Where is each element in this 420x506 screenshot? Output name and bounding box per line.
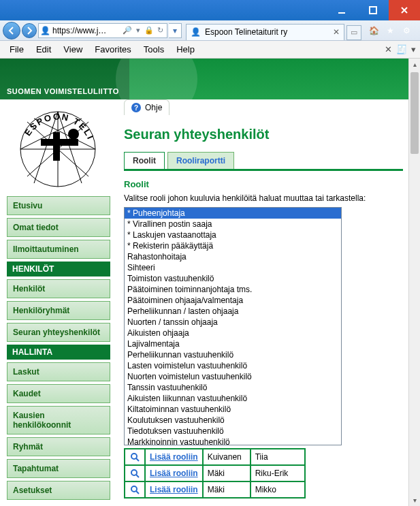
org-name: SUOMEN VOIMISTELULIITTO [7,87,119,95]
role-option[interactable]: Markkinoinnin vastuuhenkilö [125,437,341,445]
help-tab[interactable]: ? Ohje [124,99,169,115]
browser-nav-bar: 👤 https://www.j… 🔎 ▾ 🔒 ↻ ▾ 👤 Espoon Teli… [0,20,420,41]
role-option[interactable]: Aikuisten liikunnan vastuuhenkilö [125,393,341,404]
sidebar-item-top-0[interactable]: Etusivu [7,196,110,215]
menu-help[interactable]: Help [171,43,200,56]
table-row: Lisää rooliinMäkiRiku-Erik [125,465,305,481]
role-option[interactable]: Koulutuksen vastuuhenkilö [125,415,341,426]
svg-rect-12 [53,132,60,161]
sidebar: ESPOON TELINETAITU EtusivuOmat tiedotIlm… [0,99,116,506]
sidebar-item-hallinta-5[interactable]: Asetukset [7,481,110,500]
role-option[interactable]: * Laskujen vastaanottaja [125,230,341,240]
browser-tab-strip: 👤 Espoon Telinetaiturit ry ✕ ▭ [186,21,361,40]
role-option[interactable]: Nuorten / tanssin ohjaaja [125,317,341,328]
scroll-down-icon[interactable]: ▾ [409,494,420,506]
close-plugin-icon[interactable]: ✕ [385,44,392,54]
role-option[interactable]: Perheliikunnan / lasten ohjaaja [125,306,341,317]
window-maximize-button[interactable] [357,0,389,20]
menu-edit[interactable]: Edit [31,43,56,56]
sidebar-item-henkilot-2[interactable]: Seuran yhteyshenkilöt [7,323,110,342]
pdf-plugin-icon[interactable]: 🧾 [396,44,407,54]
role-option[interactable]: Kiltatoiminnan vastuuhenkilö [125,404,341,415]
role-option[interactable]: Tiedotuksen vastuuhenkilö [125,426,341,437]
tab-close-icon[interactable]: ✕ [333,27,340,37]
svg-point-19 [131,486,137,492]
sidebar-item-henkilot-1[interactable]: Henkilöryhmät [7,301,110,320]
add-role-link[interactable]: Lisää rooliin [150,485,198,494]
role-listbox[interactable]: * Puheenjohtaja* Virallinen postin saaja… [124,207,342,445]
svg-line-20 [136,491,139,494]
role-option[interactable]: Tanssin vastuuhenkilö [125,382,341,393]
plugin-dropdown-icon[interactable]: ▾ [411,44,416,54]
role-option[interactable]: Rahastonhoitaja [125,251,341,262]
main-content: ? Ohje Seuran yhteyshenkilöt Roolit Rool… [116,99,408,499]
svg-rect-1 [370,7,376,14]
content-tabbar: Roolit Rooliraportti [124,152,403,171]
role-option[interactable]: * Virallinen postin saaja [125,219,341,230]
magnifier-icon[interactable] [129,452,140,462]
menu-favorites[interactable]: Favorites [89,43,136,56]
sidebar-item-top-1[interactable]: Omat tiedot [7,218,110,237]
browser-tab[interactable]: 👤 Espoon Telinetaiturit ry ✕ [186,24,344,40]
tab-roolit[interactable]: Roolit [124,152,165,169]
role-option[interactable]: Nuorten voimistelun vastuuhenkilö [125,371,341,382]
role-option[interactable]: Toimiston vastuuhenkilö [125,273,341,284]
scroll-thumb[interactable] [410,72,419,154]
sidebar-item-hallinta-4[interactable]: Tapahtumat [7,459,110,478]
window-close-button[interactable] [389,0,420,20]
role-option[interactable]: Lasten voimistelun vastuuhenkilö [125,360,341,371]
new-tab-button[interactable]: ▭ [346,25,361,40]
svg-line-16 [136,458,139,461]
tools-gear-icon[interactable]: ⚙ [401,26,412,35]
tab-title: Espoon Telinetaiturit ry [205,27,329,37]
home-icon[interactable]: 🏠 [368,26,379,35]
role-option[interactable]: Päätoiminen ohjaaja/valmentaja [125,295,341,306]
tab-rooliraportti[interactable]: Rooliraportti [167,152,234,169]
sidebar-item-hallinta-0[interactable]: Laskut [7,362,110,381]
search-icon[interactable]: 🔎 [123,26,132,35]
sidebar-item-hallinta-3[interactable]: Ryhmät [7,437,110,456]
url-text: https://www.j… [51,26,123,35]
role-option[interactable]: Perheliikunnan vastuuhenkilö [125,349,341,360]
svg-point-15 [131,454,137,459]
window-minimize-button[interactable] [326,0,357,20]
back-button[interactable] [3,22,20,39]
forward-button[interactable] [22,23,37,38]
role-option[interactable]: * Puheenjohtaja [125,208,341,219]
page-viewport: SUOMEN VOIMISTELULIITTO [0,59,420,506]
search-dropdown[interactable]: ▾ [169,23,182,38]
lastname-cell: Kuivanen [203,449,251,465]
lastname-cell: Mäki [203,465,251,481]
add-role-link[interactable]: Lisää rooliin [150,469,198,478]
scroll-up-icon[interactable]: ▴ [409,59,420,70]
add-role-link[interactable]: Lisää rooliin [150,452,198,462]
sidebar-item-hallinta-2[interactable]: Kausien henkilökoonnit [7,406,110,434]
role-option[interactable]: Aikuisten ohjaaja [125,328,341,338]
lock-icon: 🔒 [144,26,154,35]
role-option[interactable]: Päätoiminen toiminnanjohtaja tms. [125,284,341,295]
menu-tools[interactable]: Tools [138,43,169,56]
firstname-cell: Tiia [251,449,305,465]
sidebar-item-top-2[interactable]: Ilmoittautuminen [7,240,110,259]
menu-view[interactable]: View [58,43,88,56]
magnifier-icon[interactable] [129,468,140,479]
role-option[interactable]: * Rekisterin pääkäyttäjä [125,240,341,251]
sidebar-section-henkilot: HENKILÖT [7,262,110,276]
sidebar-item-hallinta-1[interactable]: Kaudet [7,384,110,403]
role-option[interactable]: Lajivalmentaja [125,338,341,349]
role-option[interactable]: Sihteeri [125,262,341,273]
favorites-icon[interactable]: ★ [385,26,395,35]
site-header: SUOMEN VOIMISTELULIITTO [0,59,408,99]
sub-heading: Roolit [124,179,403,189]
chevron-down-icon[interactable]: ▾ [133,26,143,35]
site-identity-icon: 👤 [39,26,51,35]
page-scrollbar[interactable]: ▴ ▾ [408,59,420,506]
page-title: Seuran yhteyshenkilöt [124,127,403,142]
sidebar-item-henkilot-0[interactable]: Henkilöt [7,279,110,298]
address-bar[interactable]: 👤 https://www.j… 🔎 ▾ 🔒 ↻ [38,23,167,38]
window-titlebar [0,0,420,20]
magnifier-icon[interactable] [129,484,140,495]
blank-tab-icon: ▭ [351,28,357,37]
menu-file[interactable]: File [4,43,29,56]
refresh-icon[interactable]: ↻ [155,26,165,35]
